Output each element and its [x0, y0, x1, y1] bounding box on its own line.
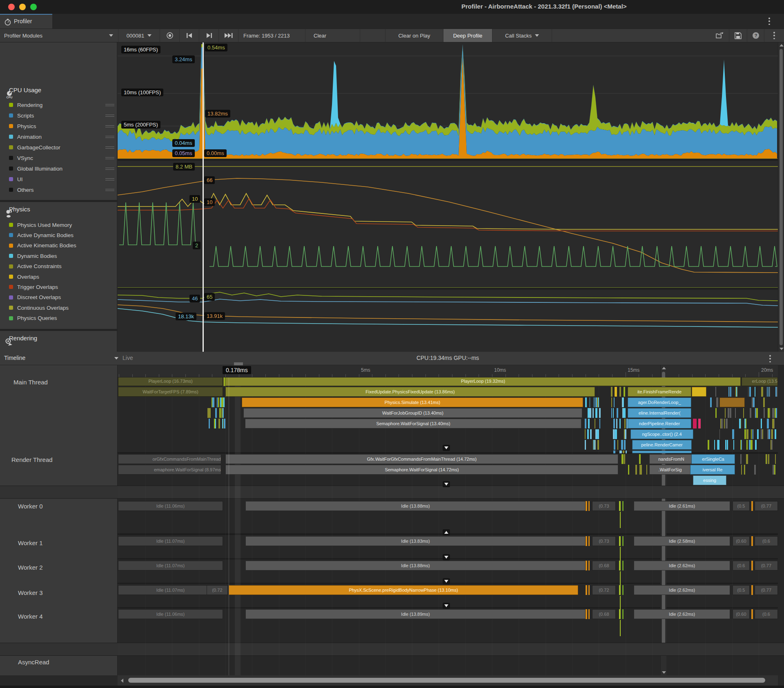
module-item-active-kinematic-bodies[interactable]: Active Kinematic Bodies [9, 241, 76, 250]
drag-handle-icon[interactable] [105, 156, 114, 160]
module-item-trigger-overlaps[interactable]: Trigger Overlaps [9, 282, 58, 291]
call-stacks-dropdown[interactable]: Call Stacks [492, 29, 552, 42]
timeline-span[interactable]: (0.5 [733, 501, 750, 511]
record-button[interactable] [160, 29, 180, 42]
timeline-span[interactable]: (0.6 [755, 536, 778, 546]
timeline-span[interactable]: Idle (2.62ms) [634, 561, 730, 570]
load-profile-button[interactable] [710, 29, 729, 42]
timeline-span[interactable]: (0.60 [733, 536, 750, 546]
timeline-span[interactable]: PlayerLoop (16.73ms) [118, 377, 223, 386]
clear-button[interactable]: Clear [305, 29, 360, 42]
timeline-span[interactable]: WaitForTargetFPS (7.89ms) [118, 387, 223, 397]
timeline-span[interactable]: Idle (11.06ms) [118, 501, 223, 511]
timeline-menu-icon[interactable] [769, 355, 771, 362]
drag-handle-icon[interactable] [105, 113, 114, 118]
ruler-range-handle[interactable] [234, 362, 243, 365]
timeline-span[interactable]: erSingleCa [691, 454, 735, 464]
module-header-rendering[interactable]: Rendering [5, 335, 37, 342]
tab-profiler[interactable]: Profiler [0, 14, 52, 29]
drag-handle-icon[interactable] [105, 177, 114, 182]
maximize-window-button[interactable] [30, 4, 37, 10]
toolbar-menu-button[interactable] [764, 29, 784, 42]
physics-chart[interactable] [118, 161, 778, 290]
module-item-discreet-overlaps[interactable]: Discreet Overlaps [9, 293, 61, 302]
timeline-span[interactable]: WaitForJobGroupID (13.40ms) [243, 408, 582, 418]
module-item-overlaps[interactable]: Overlaps [9, 272, 39, 281]
thread-label-worker-3[interactable]: Worker 3 [18, 589, 43, 596]
clear-on-play-button[interactable]: Clear on Play [385, 29, 443, 42]
timeline-span[interactable]: Idle (11.07ms) [118, 561, 223, 570]
timeline-span[interactable] [719, 397, 745, 407]
module-item-others[interactable]: Others [9, 185, 34, 194]
scroll-down-icon[interactable] [780, 348, 784, 350]
drag-handle-icon[interactable] [105, 135, 114, 139]
timeline-span[interactable]: (0.72 [592, 585, 616, 595]
expand-down-marker[interactable] [443, 554, 450, 560]
chart-selection-line[interactable] [203, 42, 204, 352]
scroll-left-icon[interactable] [121, 679, 123, 683]
module-header-physics[interactable]: Physics [5, 206, 30, 213]
timeline-span[interactable]: (0.5 [733, 585, 750, 595]
timeline-span[interactable]: Semaphore.WaitForSignal (14.72ms) [225, 465, 618, 475]
timeline-span[interactable]: (0.60 [733, 609, 750, 619]
timeline-span[interactable]: Idle (11.07ms) [118, 536, 223, 546]
drag-handle-icon[interactable] [105, 124, 114, 129]
timeline-span[interactable]: Idle (13.88ms) [245, 501, 586, 511]
timeline-lanes[interactable]: PlayerLoop (16.73ms)PlayerLoop (19.32ms)… [118, 377, 778, 675]
module-header-cpu-usage[interactable]: CPUCPU Usage [5, 87, 41, 93]
timeline-span[interactable]: essing [693, 475, 726, 485]
first-frame-button[interactable] [180, 29, 199, 42]
timeline-span[interactable]: Semaphore.WaitForSignal (13.40ms) [245, 419, 581, 428]
timeline-span[interactable]: Idle (2.61ms) [634, 501, 730, 511]
cpu-usage-chart[interactable] [118, 42, 778, 161]
thread-label-render-thread[interactable]: Render Thread [11, 456, 53, 463]
module-item-dynamic-bodies[interactable]: Dynamic Bodies [9, 251, 57, 260]
timeline-span[interactable]: ager.DoRenderLoop_ [628, 397, 691, 407]
module-item-continuous-overlaps[interactable]: Continuous Overlaps [9, 303, 69, 312]
timeline-span[interactable]: (0.68 [592, 561, 616, 570]
expand-down-marker[interactable] [443, 481, 450, 487]
minimize-window-button[interactable] [19, 4, 26, 10]
timeline-view-dropdown[interactable]: Timeline [4, 355, 25, 361]
timeline-span[interactable] [692, 387, 706, 397]
timeline-span[interactable]: Idle (11.06ms) [118, 609, 223, 619]
scroll-up-icon[interactable] [780, 44, 784, 47]
thread-label-worker-0[interactable]: Worker 0 [18, 503, 43, 510]
timeline-span[interactable]: (0.73 [592, 536, 616, 546]
job-section-band[interactable] [0, 486, 784, 499]
timeline-span[interactable]: ngScope..ctor() (2.4 [630, 429, 693, 439]
timeline-span[interactable]: (0.72 [207, 585, 228, 595]
timeline-span[interactable]: FixedUpdate.PhysicsFixedUpdate (13.86ms) [225, 387, 595, 397]
save-profile-button[interactable] [729, 29, 747, 42]
drag-handle-icon[interactable] [105, 188, 114, 192]
timeline-span[interactable]: Idle (2.62ms) [634, 585, 730, 595]
expand-down-marker[interactable] [443, 578, 450, 584]
timeline-span[interactable]: PlayerLoop (19.32ms) [225, 377, 741, 386]
timeline-horizontal-scrollbar[interactable] [118, 675, 778, 686]
module-item-vsync[interactable]: VSync [9, 153, 33, 162]
timeline-span[interactable]: .WaitForSig [649, 465, 691, 475]
timeline-span[interactable]: erLoop (13.5 [742, 377, 778, 386]
module-item-global-illumination[interactable]: Global Illumination [9, 164, 62, 173]
timeline-span[interactable]: (0.6 [755, 609, 778, 619]
timeline-span[interactable]: Idle (2.58ms) [634, 536, 730, 546]
last-frame-button[interactable] [219, 29, 238, 42]
module-item-ui[interactable]: UI [9, 175, 23, 184]
timeline-span[interactable]: Idle (13.83ms) [245, 536, 586, 546]
timeline-span[interactable]: eline.InternalRender( [628, 408, 691, 418]
rendering-chart[interactable] [118, 290, 778, 351]
hscroll-thumb[interactable] [128, 678, 765, 683]
scroll-down-icon[interactable] [662, 671, 666, 674]
charts-vertical-scrollbar[interactable] [778, 42, 784, 352]
next-frame-button[interactable] [199, 29, 219, 42]
timeline-span[interactable]: Idle (13.88ms) [245, 561, 586, 570]
tab-bar-menu-icon[interactable] [768, 18, 770, 25]
module-item-rendering[interactable]: Rendering [9, 100, 42, 109]
timeline-span[interactable]: peline.RenderCamer [632, 440, 692, 450]
expand-up-marker[interactable] [443, 529, 450, 535]
timeline-span[interactable]: orGfxCommandsFromMainThread [118, 454, 221, 464]
drag-handle-icon[interactable] [105, 145, 114, 150]
profiler-modules-dropdown[interactable]: Profiler Modules [0, 29, 118, 42]
timeline-span[interactable] [632, 451, 692, 453]
timeline-span[interactable]: PhysX.ScScene.preRigidBodyNarrowPhase (1… [229, 585, 578, 595]
